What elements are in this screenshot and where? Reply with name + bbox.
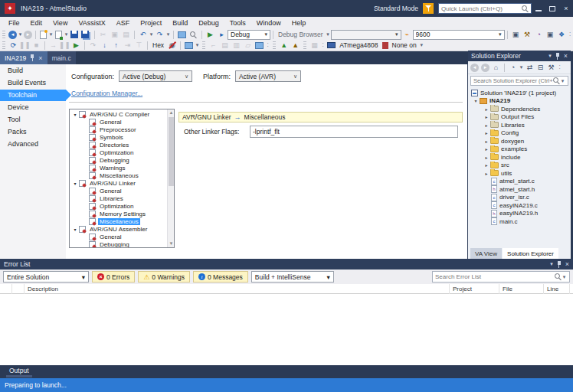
tool-name-label[interactable]: None on bbox=[390, 41, 419, 49]
se-search-input[interactable] bbox=[473, 77, 553, 84]
file-node[interactable]: heasyINA219.h bbox=[468, 210, 571, 218]
disable-all-breakpoints-icon[interactable]: ◉ bbox=[166, 41, 178, 51]
serial-port-icon[interactable]: ⌁ bbox=[401, 30, 413, 40]
nav-item-toolchain[interactable]: Toolchain bbox=[0, 90, 66, 101]
folder-node-utils[interactable]: ▸utils bbox=[468, 169, 571, 178]
pin-icon[interactable] bbox=[556, 261, 562, 268]
overflow-icon[interactable]: ⁚ bbox=[557, 64, 562, 70]
expander-icon[interactable]: ▸ bbox=[483, 122, 490, 128]
solution-root-node[interactable]: Solution 'INA219' (1 project) bbox=[468, 89, 571, 97]
expander-icon[interactable]: ▸ bbox=[483, 130, 490, 136]
windows-dropdown-icon[interactable]: ▾ bbox=[195, 42, 200, 48]
expander-icon[interactable]: ▸ bbox=[483, 162, 490, 168]
column-file[interactable]: File bbox=[499, 284, 544, 294]
close-panel-icon[interactable]: × bbox=[565, 260, 569, 268]
expander-icon[interactable]: ▸ bbox=[483, 139, 490, 144]
nav-item-packs[interactable]: Packs bbox=[0, 126, 66, 138]
tree-node-miscellaneous-selected[interactable]: Miscellaneous bbox=[70, 217, 167, 225]
solution-configuration-combo[interactable]: Debug ▾ bbox=[228, 30, 270, 40]
device-programming-icon[interactable]: ⚒ bbox=[522, 30, 533, 40]
overflow-icon[interactable]: ⁚ bbox=[265, 42, 270, 48]
start-debugging-icon[interactable]: ▶ bbox=[205, 30, 216, 40]
show-next-statement-icon[interactable]: → bbox=[47, 41, 59, 51]
start-without-debugging-icon[interactable]: ▸ bbox=[216, 30, 228, 40]
menu-item-asf[interactable]: ASF bbox=[111, 19, 136, 27]
configuration-manager-link[interactable]: Configuration Manager... bbox=[71, 90, 142, 97]
restart-icon[interactable]: ⟳ bbox=[8, 41, 19, 51]
step-into-icon[interactable]: ↓ bbox=[99, 41, 110, 51]
quick-info-icon[interactable] bbox=[255, 42, 264, 49]
debug-browser-label[interactable]: Debug Browser bbox=[276, 31, 326, 38]
close-tab-icon[interactable]: × bbox=[38, 54, 42, 62]
new-project-dropdown-icon[interactable]: ▾ bbox=[48, 31, 54, 38]
toolbar-grip[interactable] bbox=[303, 41, 306, 50]
window-position-icon[interactable]: ▾ bbox=[548, 53, 552, 59]
menu-item-edit[interactable]: Edit bbox=[25, 19, 48, 27]
tree-node[interactable]: Debugging bbox=[70, 156, 167, 164]
errors-filter-button[interactable]: × 0 Errors bbox=[92, 271, 135, 283]
expander-icon[interactable]: ▸ bbox=[483, 106, 490, 112]
collapse-all-icon[interactable]: ⊟ bbox=[535, 63, 545, 73]
warnings-filter-button[interactable]: ⚠ 0 Warnings bbox=[138, 271, 190, 283]
bookmark-icon[interactable]: ▱ bbox=[242, 41, 254, 51]
solution-explorer-toolbar-icon[interactable]: ▣ bbox=[545, 30, 556, 40]
scroll-up-icon[interactable]: ▲ bbox=[168, 109, 175, 116]
folder-node-examples[interactable]: ▸examples bbox=[468, 145, 571, 154]
folder-node-src[interactable]: ▸src bbox=[468, 162, 571, 170]
scope-combo[interactable]: Entire Solution ▾ bbox=[3, 271, 89, 283]
file-node[interactable]: hatmel_start.h bbox=[468, 185, 571, 194]
tree-node[interactable]: Miscellaneous bbox=[70, 172, 167, 179]
save-icon[interactable] bbox=[70, 31, 78, 38]
tab-ina219[interactable]: INA219 × bbox=[0, 51, 47, 64]
column-severity[interactable] bbox=[0, 284, 12, 294]
minimize-button[interactable] bbox=[532, 2, 545, 15]
properties-wrench-icon[interactable]: ⚒ bbox=[546, 63, 556, 73]
continue-icon[interactable]: ▶ bbox=[70, 41, 82, 51]
tree-node-linker[interactable]: ▾ AVR/GNU Linker bbox=[70, 179, 167, 187]
menu-item-vassistx[interactable]: VAssistX bbox=[73, 19, 110, 27]
tree-node[interactable]: General bbox=[70, 187, 167, 194]
hex-toggle-label[interactable]: Hex bbox=[150, 41, 166, 49]
toolbar-grip[interactable] bbox=[2, 41, 5, 50]
file-node[interactable]: cmain.c bbox=[468, 217, 571, 226]
error-search-input[interactable] bbox=[435, 273, 555, 280]
stop-debugging-icon[interactable]: ■ bbox=[31, 41, 42, 51]
menu-item-file[interactable]: File bbox=[3, 19, 25, 27]
scrollbar-thumb[interactable] bbox=[169, 117, 174, 186]
redo-dropdown-icon[interactable]: ▾ bbox=[165, 31, 171, 38]
toolbar-grip[interactable] bbox=[202, 41, 205, 50]
tree-node[interactable]: Symbols bbox=[70, 133, 167, 141]
column-line[interactable]: Line bbox=[544, 284, 570, 294]
other-linker-flags-input[interactable] bbox=[250, 126, 458, 138]
tree-node[interactable]: Memory Settings bbox=[70, 210, 167, 217]
tree-node[interactable]: General bbox=[70, 233, 167, 240]
platform-combo[interactable]: Active (AVR) ∨ bbox=[235, 70, 301, 82]
reset-icon[interactable]: ⊤ bbox=[133, 41, 145, 51]
tree-node[interactable]: General bbox=[70, 118, 167, 126]
notifications-filter-icon[interactable] bbox=[423, 3, 434, 14]
file-node[interactable]: cdriver_isr.c bbox=[468, 194, 571, 202]
extensions-icon[interactable]: ❖ bbox=[556, 30, 568, 40]
undo-icon[interactable]: ↶ bbox=[137, 30, 149, 40]
tree-node[interactable]: Debugging bbox=[70, 240, 167, 248]
maximize-button[interactable] bbox=[545, 2, 559, 15]
overflow-icon[interactable]: ▾ bbox=[419, 42, 424, 48]
toolbar-grip[interactable] bbox=[273, 41, 276, 50]
expander-icon[interactable]: ▸ bbox=[483, 146, 490, 152]
overflow-icon[interactable]: ⁚ bbox=[320, 42, 326, 48]
break-all-icon[interactable]: ❚❚ bbox=[19, 41, 31, 51]
folder-node-libraries[interactable]: ▸Libraries bbox=[468, 121, 571, 129]
close-panel-icon[interactable]: × bbox=[564, 52, 568, 60]
tree-node[interactable]: Directories bbox=[70, 141, 167, 149]
find-icon[interactable] bbox=[188, 30, 199, 40]
copy-icon[interactable]: ▣ bbox=[109, 30, 120, 40]
device-name-label[interactable]: ATmega4808 bbox=[337, 41, 380, 49]
search-dropdown-icon[interactable]: ▾ bbox=[560, 78, 565, 84]
debug-browser-dropdown-icon[interactable]: ▾ bbox=[326, 31, 331, 38]
scroll-down-icon[interactable]: ▼ bbox=[168, 240, 175, 247]
folder-node-doxygen[interactable]: ▸doxygen bbox=[468, 137, 571, 145]
pending-changes-filter-icon[interactable]: ◔ bbox=[508, 63, 518, 73]
nav-item-tool[interactable]: Tool bbox=[0, 114, 66, 126]
menu-item-build[interactable]: Build bbox=[167, 19, 193, 27]
quick-launch-box[interactable] bbox=[438, 3, 532, 14]
